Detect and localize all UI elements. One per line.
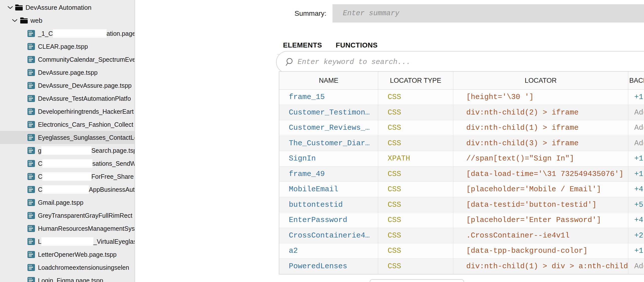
locator-cell: [data-testid='button-testid'] <box>453 197 628 212</box>
tree-item-file[interactable]: GreyTransparentGrayFullRimRect <box>0 209 134 222</box>
pagination-bar-partial[interactable] <box>370 279 464 282</box>
backup-locators-cell[interactable]: +5 locators <box>628 197 644 212</box>
redaction-box <box>53 29 106 38</box>
tree-item-file[interactable]: DevAssure.page.tspp <box>0 66 134 79</box>
backup-locators-cell[interactable]: +2 locators <box>628 228 644 243</box>
table-row: PoweredLenses CSS div:nth-child(1) > div… <box>279 259 644 274</box>
tree-item-file[interactable]: _1_Cation.page <box>0 27 134 40</box>
locator-type-cell: CSS <box>378 182 453 197</box>
tree-item-file[interactable]: Gmail.page.tspp <box>0 196 134 209</box>
tree-item-file[interactable]: CAppBusinessAut <box>0 183 134 196</box>
table-row: a2 CSS [data-tpp-background-color] +1 lo… <box>279 243 644 259</box>
element-name-link[interactable]: PoweredLenses <box>279 259 378 274</box>
redaction-box <box>42 172 91 181</box>
element-name-link[interactable]: SignIn <box>279 151 378 166</box>
backup-locators-cell[interactable]: +1 locators <box>628 243 644 258</box>
summary-input[interactable]: Enter summary <box>332 4 644 23</box>
locator-type-cell: CSS <box>378 197 453 212</box>
locator-type-cell: CSS <box>378 105 453 120</box>
backup-locators-cell[interactable]: +1 locators <box>628 167 644 182</box>
tree-item-file[interactable]: DevAssure_TestAutomationPlatfo <box>0 92 134 105</box>
element-name-link[interactable]: EnterPassword <box>279 212 378 228</box>
tree-item-file[interactable]: Eyeglasses_Sunglasses_ContactLen <box>0 131 134 144</box>
locator-type-cell: CSS <box>378 89 453 105</box>
tree-item-folder[interactable]: DevAssure Automation <box>0 1 134 14</box>
element-name-link[interactable]: Customer_Reviews_… <box>279 120 378 135</box>
chevron-down-icon[interactable] <box>12 19 18 22</box>
element-name-link[interactable]: Customer_Testimon… <box>279 105 378 120</box>
table-row: CrossContainerie4… CSS .CrossContainer--… <box>279 228 644 243</box>
element-name-link[interactable]: MobileEmail <box>279 182 378 197</box>
backup-locators-cell[interactable]: +1 locators <box>628 151 644 166</box>
page-file-icon <box>27 107 36 116</box>
page-file-icon <box>27 263 36 272</box>
page-file-icon <box>27 250 36 259</box>
tree-item-file[interactable]: Login_Figma.page.tspp <box>0 274 134 282</box>
tree-item-folder[interactable]: web <box>0 14 134 27</box>
element-name-link[interactable]: The_Customer_Diar… <box>279 136 378 151</box>
tree-item-file[interactable]: gSearch.page.tspp <box>0 144 134 157</box>
tree-item-label: CForFree_Share <box>38 172 134 181</box>
tree-item-label: DevAssure_TestAutomationPlatfo <box>38 95 131 102</box>
table-header-row: NAME LOCATOR TYPE LOCATOR BACKUP LOCATOR… <box>279 72 644 89</box>
file-tree-sidebar: DevAssure Automation web _1_Cation <box>0 0 135 282</box>
tree-item-label: Gmail.page.tspp <box>38 199 83 206</box>
page-file-icon <box>27 81 36 90</box>
tree-item-label: GreyTransparentGrayFullRimRect <box>38 212 132 219</box>
tree-item-file[interactable]: CLEAR.page.tspp <box>0 40 134 53</box>
tree-item-file[interactable]: Developerhiringtrends_HackerEart <box>0 105 134 118</box>
locator-type-cell: CSS <box>378 228 453 243</box>
tree-item-label: DevAssure_DevAssure.page.tspp <box>38 82 132 89</box>
tree-item-file[interactable]: L_VirtualEyeglas <box>0 235 134 248</box>
tree-item-label: gSearch.page.tspp <box>38 146 134 155</box>
element-name-link[interactable]: frame_15 <box>279 89 378 105</box>
backup-locators-cell[interactable]: +4 locators <box>628 212 644 228</box>
tab-elements[interactable]: ELEMENTS <box>282 41 322 49</box>
backup-locators-cell[interactable]: Add backups <box>628 105 644 120</box>
table-row: frame_49 CSS [data-load-time='\31 732549… <box>279 167 644 182</box>
tree-item-label: Login_Figma.page.tspp <box>38 277 103 282</box>
tree-item-file[interactable]: Loadchromeextensionusingselen <box>0 261 134 274</box>
element-name-link[interactable]: CrossContainerie4… <box>279 228 378 243</box>
folder-icon <box>20 17 28 24</box>
tab-functions[interactable]: FUNCTIONS <box>336 41 378 49</box>
backup-locators-cell[interactable]: +1 locators <box>628 89 644 105</box>
search-input[interactable]: Enter keyword to search... <box>276 51 644 73</box>
tree-item-file[interactable]: Csations_SendWh <box>0 157 134 170</box>
locator-type-cell: CSS <box>378 243 453 258</box>
element-name-link[interactable]: buttontestid <box>279 197 378 212</box>
page-file-icon <box>27 172 36 181</box>
locator-type-cell: XPATH <box>378 151 453 166</box>
tree-item-file[interactable]: CommunityCalendar_SpectrumEve <box>0 53 134 66</box>
table-row: frame_15 CSS [height='\30 '] +1 locators… <box>279 89 644 105</box>
tree-item-label: CLEAR.page.tspp <box>38 43 88 50</box>
chevron-down-icon[interactable] <box>8 6 13 9</box>
tree-item-file[interactable]: LetterOpenerWeb.page.tspp <box>0 248 134 261</box>
page-file-icon <box>27 224 36 233</box>
locator-type-cell: CSS <box>378 120 453 135</box>
locator-type-cell: CSS <box>378 167 453 182</box>
locator-type-cell: CSS <box>378 136 453 151</box>
table-row: buttontestid CSS [data-testid='button-te… <box>279 197 644 213</box>
tree-item-label: HumanResourcesManagementSys <box>38 225 134 232</box>
tree-item-label: Eyeglasses_Sunglasses_ContactLen <box>38 134 134 141</box>
tree-item-file[interactable]: Electronics_Cars_Fashion_Collect <box>0 118 134 131</box>
page-file-icon <box>27 237 36 246</box>
tree-item-file[interactable]: HumanResourcesManagementSys <box>0 222 134 235</box>
locator-cell: div:nth-child(1) > div > a:nth-child(2) <box>453 259 628 274</box>
page-file-icon <box>27 133 36 142</box>
element-name-link[interactable]: frame_49 <box>279 167 378 182</box>
backup-locators-cell[interactable]: Add backups <box>628 120 644 135</box>
element-name-link[interactable]: a2 <box>279 243 378 258</box>
locator-cell: //span[text()="Sign In"] <box>453 151 628 166</box>
tree-item-file[interactable]: DevAssure_DevAssure.page.tspp <box>0 79 134 92</box>
backup-locators-cell[interactable]: Add backups <box>628 259 644 274</box>
page-file-icon <box>27 159 36 168</box>
backup-locators-cell[interactable]: Add backups <box>628 136 644 151</box>
tree-item-label: web <box>30 17 42 25</box>
backup-locators-cell[interactable]: +4 locators <box>628 182 644 197</box>
locator-cell: [data-tpp-background-color] <box>453 243 628 258</box>
tree-item-file[interactable]: CForFree_Share <box>0 170 134 183</box>
redaction-box <box>42 159 92 168</box>
summary-label: Summary: <box>294 10 326 18</box>
